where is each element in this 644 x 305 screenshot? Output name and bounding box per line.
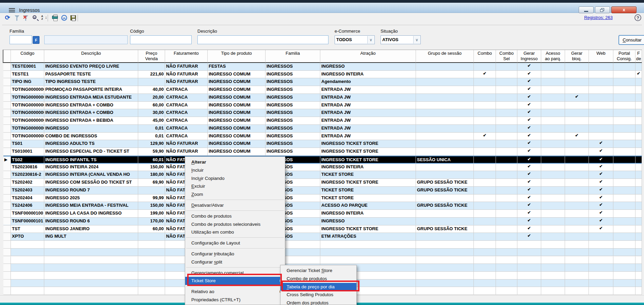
column-header-combo_sel[interactable]: Combo Sel — [496, 50, 517, 63]
column-header-web[interactable]: Web — [589, 50, 613, 63]
ecommerce-select[interactable]: TODOS ∨ — [335, 35, 375, 44]
column-header-acesso[interactable]: Acesso ao parq. — [541, 50, 565, 63]
context-menu-item-configurar-split[interactable]: Configurar split — [185, 258, 285, 266]
refresh-icon[interactable]: ⟳ — [3, 14, 12, 22]
table-row[interactable]: TOTING0000000INGRESSO ENTRADA + COMBO30,… — [3, 109, 642, 117]
column-header-preco[interactable]: Preço Venda — [138, 50, 165, 63]
cell-bloq — [565, 194, 589, 202]
table-row[interactable]: TOTING0000000INGRESSO0,01CATRACAINGRESSO… — [3, 125, 642, 133]
table-row[interactable]: TS20230816-2INGRESSO INTEIRA (CANAL VEND… — [3, 171, 642, 179]
table-row[interactable]: TS202402INGRESSO COM SESSÃO DO TICKET ST… — [3, 179, 642, 187]
empty-table-row[interactable] — [3, 256, 642, 264]
familia-input[interactable] — [10, 35, 32, 44]
help-icon[interactable]: ? — [634, 14, 641, 21]
table-row[interactable]: TS242406INGRESSO MEIA ENTRADA - FESTIVAL… — [3, 202, 642, 210]
descricao-input[interactable] — [197, 35, 328, 44]
familia-lookup-button[interactable]: F — [33, 36, 39, 44]
restore-button[interactable] — [595, 6, 610, 13]
context-menu-item-zoom[interactable]: Zoom — [185, 190, 285, 199]
sort-az-icon[interactable]: AZ↓ — [40, 14, 48, 22]
empty-table-row[interactable] — [3, 241, 642, 249]
codigo-input[interactable] — [130, 35, 192, 44]
context-menu-item-combo-de-produtos[interactable]: Combo de produtos — [185, 212, 285, 220]
cell-combo_sel — [496, 225, 517, 233]
table-row[interactable]: TOTING0000000PROMOÇAO PASSAPORTE INTEIRA… — [3, 86, 642, 94]
table-row[interactable]: TESTE0001INGRESSO EVENTO PREÇO LIVRENÃO … — [3, 63, 642, 71]
context-menu-item-combo-de-produtos-selecion-veis[interactable]: Combo de produtos selecionáveis — [185, 220, 285, 228]
table-row[interactable]: TSNF00000100INGRESSO LA CASA DO INGRESSO… — [3, 210, 642, 218]
column-header-sel[interactable] — [3, 50, 11, 63]
table-row[interactable]: XPTOING MULTNÃO FATURARINGRESSO COMUMING… — [3, 233, 642, 241]
submenu-item-combo-de-produtos[interactable]: Combo de produtos — [280, 275, 356, 283]
cell-gerar — [517, 272, 541, 279]
close-button[interactable]: x — [611, 6, 637, 13]
minimize-button[interactable] — [579, 6, 594, 13]
submenu-item-cross-selling-produtos[interactable]: Cross Selling Produtos — [280, 291, 356, 299]
table-row[interactable]: TSTINGRESSO JANEIRO60,00NÃO FATURARINGRE… — [3, 225, 642, 233]
context-menu-item-desativar-ativar[interactable]: Desativar/Ativar — [185, 201, 285, 209]
table-row[interactable]: TOTING0000000COMBO DE INGRESSOS0,01CATRA… — [3, 133, 642, 140]
table-row[interactable]: TS01INGRESSO ADULTO TS129,90NÃO FATURARI… — [3, 140, 642, 148]
cell-web: ✔ — [589, 140, 613, 148]
column-header-combo[interactable]: Combo — [474, 50, 496, 63]
cell-combo — [474, 179, 496, 186]
cell-portal — [613, 164, 635, 171]
context-menu-item-relativo-ao[interactable]: Relativo ao▶ — [185, 288, 285, 296]
submenu-item-ordem-dos-produtos[interactable]: Ordem dos produtos — [280, 299, 356, 305]
table-row[interactable]: TIPO INGTIPO INGRESSO TESTENÃO FATURARIN… — [3, 78, 642, 86]
table-row[interactable]: ▶TS02INGRESSO INFANTIL TS60,01NÃO FATURA… — [3, 156, 642, 164]
hamburger-menu-icon[interactable] — [9, 8, 15, 13]
registros-count-link[interactable]: Registros: 263 — [558, 15, 613, 20]
cell-gerar: ✔ — [517, 102, 541, 109]
filter-icon[interactable] — [13, 14, 21, 22]
save-icon[interactable] — [69, 14, 78, 22]
column-header-extra[interactable]: F de — [635, 50, 642, 63]
context-menu-item-incluir-copiando[interactable]: Incluir Copiando — [185, 174, 285, 183]
column-header-tipo[interactable]: Tipo de produto — [208, 50, 265, 63]
cell-combo — [474, 109, 496, 117]
context-menu-item-propriedades-ctrl-t-[interactable]: Propriedades (CTRL+T) — [185, 296, 285, 304]
cell-web — [589, 256, 613, 264]
column-header-grupo[interactable]: Grupo de sessão — [416, 50, 474, 63]
cell-sel — [3, 194, 11, 202]
table-row[interactable]: TS20230816INGRESSO INTEIRA 2024150,00NÃO… — [3, 164, 642, 171]
situacao-select[interactable]: ATIVOS ∨ — [381, 35, 421, 44]
context-menu-item-configurar-tributa-o[interactable]: Configurar tributação — [185, 250, 285, 258]
table-row[interactable]: TS202404INGRESSO 202599,99NÃO FATURARING… — [3, 194, 642, 202]
column-header-atracao[interactable]: Atração — [320, 50, 416, 63]
context-menu-item-configura-o-de-layout[interactable]: Configuração de Layout — [185, 239, 285, 247]
table-row[interactable]: TS202403INGRESSO ROUND 7NÃO FATURARINGRE… — [3, 187, 642, 194]
column-header-gerar[interactable]: Gerar Ingresso — [517, 50, 541, 63]
table-row[interactable]: TOTING0000000INGRESSO ENTRADA MEIA ESTUD… — [3, 94, 642, 102]
clear-filter-icon[interactable]: ✕ — [22, 14, 30, 22]
cell-bloq: ✔ — [565, 133, 589, 140]
zoom-search-icon[interactable]: n — [31, 14, 39, 22]
table-row[interactable]: TSNF00000101INGRESSO ROUND 6170,00NÃO FA… — [3, 218, 642, 225]
column-header-bloq[interactable]: Gerar bloq. — [565, 50, 589, 63]
context-menu-item-incluir[interactable]: Incluir — [185, 166, 285, 174]
table-row[interactable]: TOTING0000000INGRESSO ENTRADA + BEBIDA45… — [3, 117, 642, 125]
table-row[interactable]: TESTE1PASSAPORTE TESTE221,60NÃO FATURARI… — [3, 71, 642, 79]
table-row[interactable]: TS010001INGRESSO ESPECIAL PCD - TICKET S… — [3, 148, 642, 156]
context-menu-item-alterar[interactable]: Alterar — [185, 158, 285, 166]
column-header-familia[interactable]: Familia — [265, 50, 320, 63]
context-menu-item-ticket-store[interactable]: Ticket Store▶ — [185, 277, 285, 285]
column-header-codigo[interactable]: Código — [11, 50, 44, 63]
context-menu-item-excluir[interactable]: Excluir — [185, 182, 285, 190]
context-menu-item-utiliza-o-em-combo[interactable]: Utilização em combo — [185, 228, 285, 236]
cell-extra — [635, 279, 642, 287]
empty-table-row[interactable] — [3, 249, 642, 256]
cell-preco — [138, 63, 165, 70]
column-header-faturamento[interactable]: Faturamento — [165, 50, 208, 63]
submenu-item-gerenciar-ticket-store[interactable]: Gerenciar Ticket Store — [280, 267, 356, 275]
context-menu-item-gerenciamento-comercial[interactable]: Gerenciamento comercial — [185, 269, 285, 277]
print-icon[interactable] — [51, 14, 59, 22]
cell-combo_sel — [496, 102, 517, 109]
column-header-descricao[interactable]: Descrição — [44, 50, 138, 63]
column-header-portal[interactable]: Portal Consig. — [613, 50, 635, 63]
table-row[interactable]: TOTING0000000INGRESSO ENTRADA + COMBO60,… — [3, 102, 642, 109]
ia-icon[interactable]: IA — [61, 14, 69, 22]
submenu-item-tabela-de-pre-o-por-dia[interactable]: Tabela de preço por dia — [280, 283, 356, 291]
consultar-button[interactable]: Consultar — [618, 35, 644, 45]
cell-combo_sel — [496, 63, 517, 70]
